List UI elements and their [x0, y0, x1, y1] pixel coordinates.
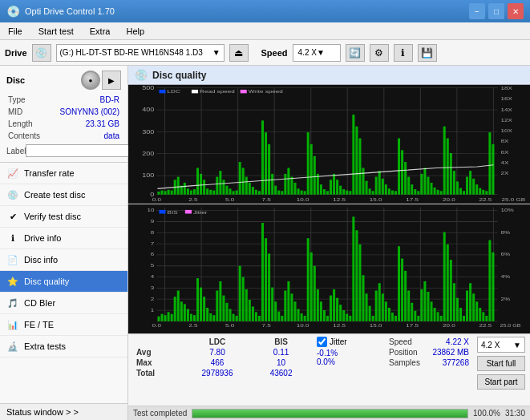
svg-rect-82 [284, 174, 286, 195]
svg-text:100: 100 [142, 172, 155, 179]
start-full-button[interactable]: Start full [477, 356, 525, 371]
svg-rect-84 [290, 177, 293, 195]
svg-text:7: 7 [151, 240, 155, 246]
svg-rect-248 [310, 252, 313, 321]
svg-rect-88 [304, 191, 306, 194]
chart-header: 💿 Disc quality [128, 66, 530, 85]
svg-rect-126 [427, 177, 429, 195]
main-layout: Disc ● ▶ Type BD-R MID SONYNN3 (002) Len… [0, 66, 530, 420]
drive-selector[interactable]: (G:) HL-DT-ST BD-RE WH16NS48 1.D3 ▼ [56, 44, 225, 62]
svg-rect-51 [184, 183, 186, 195]
svg-text:2.5: 2.5 [188, 197, 197, 203]
menu-extra[interactable]: Extra [85, 25, 115, 38]
svg-rect-73 [255, 190, 257, 195]
svg-rect-151 [241, 90, 247, 93]
main-content: 💿 Disc quality [128, 66, 530, 420]
svg-rect-252 [323, 310, 326, 321]
svg-text:25.0 GB: 25.0 GB [500, 323, 521, 328]
svg-text:17.5: 17.5 [406, 197, 419, 203]
svg-rect-254 [330, 295, 332, 321]
svg-rect-302 [485, 316, 488, 321]
start-part-button[interactable]: Start part [477, 374, 525, 390]
svg-text:2%: 2% [501, 296, 511, 301]
svg-rect-132 [447, 139, 449, 195]
svg-rect-263 [358, 244, 361, 321]
speed-label: Speed [261, 48, 288, 58]
menu-help[interactable]: Help [121, 25, 149, 38]
disc-action-btn[interactable]: ▶ [102, 71, 121, 90]
svg-rect-141 [475, 184, 478, 195]
svg-text:6%: 6% [501, 252, 511, 257]
drive-bar: Drive 💿 (G:) HL-DT-ST BD-RE WH16NS48 1.D… [0, 40, 530, 66]
svg-rect-229 [249, 300, 251, 321]
label-input[interactable] [26, 144, 132, 157]
svg-rect-221 [222, 295, 225, 321]
jitter-checkbox-row: Jitter [317, 337, 381, 347]
svg-rect-261 [352, 216, 354, 321]
svg-rect-119 [404, 162, 407, 195]
svg-rect-296 [466, 290, 468, 321]
svg-rect-305 [159, 210, 165, 214]
minimize-button[interactable]: − [469, 3, 485, 19]
close-button[interactable]: ✕ [508, 3, 524, 19]
svg-rect-201 [157, 317, 160, 321]
svg-rect-294 [459, 308, 462, 321]
svg-rect-245 [301, 313, 303, 321]
nav-disc-quality[interactable]: ⭐ Disc quality [0, 271, 127, 293]
nav-create-test-disc[interactable]: 💿 Create test disc [0, 184, 127, 206]
svg-text:3: 3 [151, 285, 155, 291]
refresh-button[interactable]: 🔄 [346, 44, 365, 62]
svg-rect-225 [236, 316, 238, 321]
label-label: Label [6, 147, 26, 155]
svg-rect-257 [339, 305, 342, 321]
action-speed-value: 4.2 X [481, 341, 500, 349]
save-button[interactable]: 💾 [418, 44, 437, 62]
menu-start-test[interactable]: Start test [34, 25, 79, 38]
speed-value: 4.2 X [298, 48, 317, 57]
eject-button[interactable]: ⏏ [229, 44, 249, 62]
svg-rect-68 [239, 162, 241, 195]
status-window[interactable]: Status window > > [0, 403, 127, 420]
svg-rect-300 [479, 308, 481, 321]
nav-drive-info[interactable]: ℹ Drive info [0, 228, 127, 249]
jitter-avg: -0.1% [317, 349, 381, 357]
svg-text:Read speed: Read speed [200, 89, 235, 95]
info-button[interactable]: ℹ [394, 44, 413, 62]
action-speed-dropdown[interactable]: 4.2 X ▼ [477, 337, 525, 353]
nav-extra-tests[interactable]: 🔬 Extra tests [0, 336, 127, 357]
svg-rect-258 [342, 310, 345, 321]
nav-disc-info[interactable]: 📄 Disc info [0, 249, 127, 271]
svg-rect-96 [330, 180, 332, 194]
settings-button[interactable]: ⚙ [370, 44, 389, 62]
jitter-checkbox[interactable] [317, 337, 327, 347]
maximize-button[interactable]: □ [488, 3, 504, 19]
stats-row-total: Total 2978936 43602 [133, 368, 309, 378]
svg-text:8: 8 [151, 230, 155, 236]
svg-rect-218 [212, 315, 215, 321]
svg-rect-107 [366, 181, 368, 195]
svg-rect-226 [239, 266, 241, 321]
svg-text:25.0 GB: 25.0 GB [502, 197, 526, 203]
disc-header-label: Disc [6, 75, 25, 85]
disc-quality-icon: ⭐ [6, 275, 19, 288]
nav-cd-bier[interactable]: 🎵 CD BIer [0, 293, 127, 314]
svg-rect-135 [456, 181, 459, 194]
svg-text:BIS: BIS [168, 209, 178, 215]
svg-rect-130 [440, 191, 443, 194]
svg-rect-220 [219, 281, 221, 321]
svg-rect-101 [346, 191, 348, 195]
speed-selector[interactable]: 4.2 X ▼ [293, 44, 341, 62]
svg-rect-114 [388, 188, 390, 194]
nav-fe-te[interactable]: 📊 FE / TE [0, 314, 127, 336]
svg-text:7.5: 7.5 [261, 323, 270, 329]
svg-rect-244 [297, 309, 300, 321]
nav-cd-bier-label: CD BIer [24, 298, 55, 308]
title-bar: 💿 Opti Drive Control 1.70 − □ ✕ [0, 0, 530, 22]
svg-rect-243 [293, 301, 296, 321]
cd-bier-icon: 🎵 [6, 297, 19, 309]
menu-file[interactable]: File [3, 25, 27, 38]
svg-text:8%: 8% [501, 230, 511, 236]
nav-verify-test-disc[interactable]: ✔ Verify test disc [0, 206, 127, 228]
nav-transfer-rate[interactable]: 📈 Transfer rate [0, 163, 127, 184]
nav-transfer-rate-label: Transfer rate [24, 168, 75, 178]
